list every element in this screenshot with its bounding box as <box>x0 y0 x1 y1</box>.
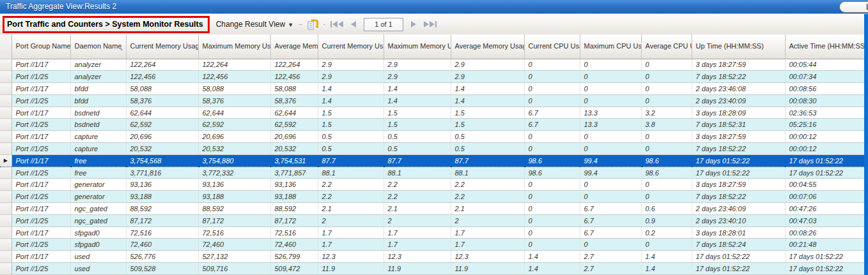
column-header-current-cpu-usage[interactable]: Current CPU Usage (%) <box>524 34 580 59</box>
cell: 99.4 <box>580 167 641 179</box>
row-selector-cell[interactable] <box>0 191 12 203</box>
row-selector-cell[interactable] <box>0 239 12 251</box>
grid-header-row: Port Group NameDaemon Name▲Current Memor… <box>0 34 864 59</box>
row-selector-cell[interactable] <box>0 179 12 191</box>
row-selector-cell[interactable] <box>0 214 12 227</box>
cell: 72,460 <box>126 239 198 251</box>
cell: 0 <box>580 179 641 191</box>
cell: capture <box>70 143 126 155</box>
cell: 1.4 <box>451 83 524 95</box>
change-result-view-dropdown[interactable]: Change Result View▼ <box>216 20 293 29</box>
table-row[interactable]: Port //1/25bsdnetd62,59262,59262,5921.51… <box>0 119 864 131</box>
table-row[interactable]: Port //1/17ngc_gated88,59288,59288,5922.… <box>0 203 864 215</box>
column-header-active-time-hh-mm-ss[interactable]: Active Time (HH:MM:SS) <box>785 34 864 59</box>
row-selector-cell[interactable] <box>0 131 12 143</box>
row-selector-cell[interactable] <box>0 71 12 83</box>
result-view-path-annotated: Port Traffic and Counters > System Monit… <box>3 16 210 33</box>
table-row[interactable]: ▶Port //1/17free3,754,5683,754,8803,754,… <box>0 154 864 167</box>
table-row[interactable]: Port //1/17sfpgad072,51672,51672,5161.71… <box>0 227 864 239</box>
cell: Port //1/25 <box>12 94 70 107</box>
table-row[interactable]: Port //1/25analyzer122,456122,456122,456… <box>0 71 864 83</box>
table-row[interactable]: Port //1/25used509,528509,716509,47211.9… <box>0 263 864 275</box>
column-header-average-cpu-usage[interactable]: Average CPU Usage (%) <box>641 34 692 59</box>
table-row[interactable]: Port //1/25generator93,18893,18893,1882.… <box>0 191 864 203</box>
table-row[interactable]: Port //1/17used526,776527,132526,79912.3… <box>0 251 864 263</box>
cell: 0 <box>641 179 692 191</box>
cell: 11.9 <box>384 263 451 275</box>
cell: 2.7 <box>580 251 641 263</box>
next-page-button[interactable] <box>409 19 418 29</box>
cell: 7 days 18:52:22 <box>692 191 785 203</box>
row-selector-cell[interactable] <box>0 59 12 71</box>
cell: 72,460 <box>270 239 318 251</box>
cell: 122,456 <box>270 71 318 83</box>
table-row[interactable]: Port //1/25ngc_gated87,17287,17287,17222… <box>0 214 864 227</box>
cell: 00:00:12 <box>785 131 864 143</box>
cell: Port //1/17 <box>12 227 70 239</box>
cell: 0 <box>580 143 641 155</box>
cell: 0.5 <box>384 143 451 155</box>
row-selector-cell[interactable]: ▶ <box>0 154 12 167</box>
row-selector-cell[interactable] <box>0 143 12 155</box>
cell: capture <box>70 131 126 143</box>
cell: 2 days 23:40:10 <box>692 214 785 227</box>
row-selector-cell[interactable] <box>0 227 12 239</box>
cell: 1.4 <box>451 94 524 107</box>
cell: 62,592 <box>198 119 270 131</box>
row-selector-cell[interactable] <box>0 251 12 263</box>
cell: 2.1 <box>318 203 384 215</box>
launch-testcenter-button[interactable]: Launch TestCent <box>839 1 868 13</box>
row-selector-cell[interactable] <box>0 83 12 95</box>
cell: 58,088 <box>270 83 318 95</box>
cell: 17 days 01:52:22 <box>785 167 864 179</box>
cell: bsdnetd <box>70 119 126 131</box>
row-selector-cell[interactable] <box>0 167 12 179</box>
page-indicator[interactable]: 1 of 1 <box>364 18 403 31</box>
cell: 3,771,816 <box>126 167 198 179</box>
column-header-current-memory-usage[interactable]: Current Memory Usage (%) <box>318 34 384 59</box>
cell: 0 <box>524 227 580 239</box>
table-row[interactable]: Port //1/25capture20,53220,53220,5320.50… <box>0 143 864 155</box>
column-header-maximum-memory-usage-kbytes[interactable]: Maximum Memory Usage (Kbytes) <box>198 34 270 59</box>
cell: 87,172 <box>126 214 198 227</box>
column-header-daemon-name[interactable]: Daemon Name▲ <box>70 34 126 59</box>
cell: 1.5 <box>451 119 524 131</box>
cell: 87,172 <box>198 214 270 227</box>
row-selector-cell[interactable] <box>0 119 12 131</box>
column-header-up-time-hh-mm-ss[interactable]: Up Time (HH:MM:SS) <box>692 34 785 59</box>
column-header-maximum-cpu-usage[interactable]: Maximum CPU Usage (%) <box>580 34 641 59</box>
column-header-current-memory-usage-kbytes[interactable]: Current Memory Usage (Kbytes) <box>126 34 198 59</box>
previous-page-button[interactable] <box>349 19 358 29</box>
column-header-port-group-name[interactable]: Port Group Name <box>12 34 70 59</box>
row-selector-cell[interactable] <box>0 203 12 215</box>
cell: generator <box>70 191 126 203</box>
cell: 0 <box>524 71 580 83</box>
table-row[interactable]: Port //1/17bfdd58,08858,08858,0881.41.41… <box>0 83 864 95</box>
table-row[interactable]: Port //1/25bfdd58,37658,37658,3761.41.41… <box>0 94 864 107</box>
table-row[interactable]: Port //1/25sfpgad072,46072,46072,4601.71… <box>0 239 864 251</box>
cell: 122,456 <box>198 71 270 83</box>
column-header-average-memory-usage-kbytes[interactable]: Average Memory Usage (Kbytes) <box>270 34 318 59</box>
cell: 0 <box>580 71 641 83</box>
result-pager: 1 of 1 <box>327 18 440 31</box>
table-row[interactable]: Port //1/17generator93,13693,13693,1362.… <box>0 179 864 191</box>
table-row[interactable]: Port //1/17bsdnetd62,64462,64462,6441.51… <box>0 107 864 119</box>
cell: 0 <box>524 94 580 107</box>
table-row[interactable]: Port //1/25free3,771,8163,772,3323,771,8… <box>0 167 864 179</box>
change-view-icon[interactable] <box>307 19 318 30</box>
row-selector-cell[interactable] <box>0 107 12 119</box>
table-row[interactable]: Port //1/17analyzer122,264122,264122,264… <box>0 59 864 71</box>
cell: 87.7 <box>318 154 384 167</box>
cell: 93,136 <box>126 179 198 191</box>
cell: 2 <box>318 214 384 227</box>
column-header-maximum-memory-usage[interactable]: Maximum Memory Usage (%) <box>384 34 451 59</box>
first-page-button[interactable] <box>329 19 345 29</box>
cell: 62,644 <box>198 107 270 119</box>
last-page-button[interactable] <box>422 19 438 29</box>
column-header-average-memory-usage[interactable]: Average Memory Usage (%) <box>451 34 524 59</box>
row-selector-cell[interactable] <box>0 94 12 107</box>
table-row[interactable]: Port //1/17capture20,69620,69620,6960.50… <box>0 131 864 143</box>
cell: 3 days 18:27:59 <box>692 179 785 191</box>
cell: 0 <box>641 131 692 143</box>
row-selector-cell[interactable] <box>0 263 12 275</box>
